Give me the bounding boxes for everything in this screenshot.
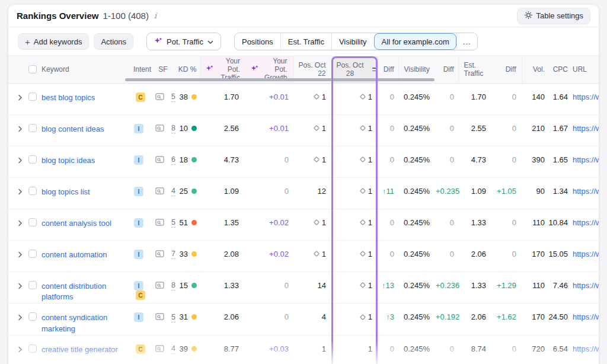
sf-count[interactable]: 7 <box>171 250 175 259</box>
select-all-checkbox[interactable] <box>28 65 37 74</box>
pos-oct-28-value: 1 <box>368 92 372 101</box>
actions-button[interactable]: Actions <box>94 33 133 50</box>
ai-sparkle-icon <box>251 65 258 74</box>
tab-all-for-example[interactable]: All for example.com <box>374 33 456 50</box>
sf-count[interactable]: 5 <box>171 218 175 228</box>
row-checkbox[interactable] <box>28 281 37 289</box>
pot-growth-value: +0.02 <box>246 240 293 272</box>
url-link[interactable]: https://w <box>573 344 599 353</box>
col-volume[interactable]: Vol. <box>522 56 548 83</box>
sf-count[interactable]: 4 <box>171 344 175 354</box>
url-link[interactable]: https://w <box>573 187 599 196</box>
url-link[interactable]: https://w <box>573 312 599 321</box>
row-expand-chevron-icon[interactable] <box>18 282 23 291</box>
row-expand-chevron-icon[interactable] <box>18 314 23 323</box>
sf-count[interactable]: 8 <box>171 124 175 133</box>
sf-count[interactable]: 5 <box>171 92 175 102</box>
col-cpc[interactable]: CPC <box>548 56 570 83</box>
volume-value: 140 <box>522 83 548 114</box>
serp-features-icon[interactable] <box>155 92 164 103</box>
sf-count[interactable]: 5 <box>171 313 175 323</box>
keyword-link[interactable]: blog topic ideas <box>41 155 95 167</box>
col-url[interactable]: URL <box>570 56 599 83</box>
horizontal-scrollbar[interactable] <box>125 78 435 81</box>
intent-badge-informational[interactable]: I <box>134 155 143 165</box>
tab-positions[interactable]: Positions <box>235 33 280 50</box>
tab-visibility[interactable]: Visibility <box>331 33 374 50</box>
col-keyword[interactable]: Keyword <box>8 56 133 83</box>
row-checkbox[interactable] <box>28 187 37 195</box>
sf-count[interactable]: 6 <box>171 155 175 165</box>
row-checkbox[interactable] <box>28 124 37 132</box>
visibility-diff-value: 0 <box>436 209 458 240</box>
est-traffic-diff-value: 0 <box>493 114 522 146</box>
keyword-link[interactable]: creative title generator <box>41 344 118 356</box>
url-link[interactable]: https://w <box>573 218 599 227</box>
row-checkbox[interactable] <box>28 312 37 321</box>
col-est-traffic[interactable]: Est. Traffic <box>458 56 493 83</box>
row-expand-chevron-icon[interactable] <box>18 188 23 197</box>
col-diff-est-traffic[interactable]: Diff <box>493 56 522 83</box>
keyword-link[interactable]: content automation <box>41 250 107 261</box>
row-checkbox[interactable] <box>28 92 37 101</box>
url-link[interactable]: https://w <box>573 155 599 164</box>
row-checkbox[interactable] <box>28 155 37 164</box>
keyword-link[interactable]: content analysis tool <box>41 218 111 229</box>
intent-badge-informational[interactable]: I <box>134 312 143 322</box>
volume-value: 170 <box>522 304 548 336</box>
intent-badge-commercial[interactable]: C <box>136 344 145 354</box>
tab-est-traffic[interactable]: Est. Traffic <box>280 33 331 50</box>
tab-more-button[interactable]: ... <box>456 33 477 50</box>
url-link[interactable]: https://w <box>573 124 599 133</box>
keyword-link[interactable]: best blog topics <box>41 92 95 104</box>
row-expand-chevron-icon[interactable] <box>18 94 23 103</box>
serp-features-icon[interactable] <box>155 312 164 323</box>
intent-badge-informational[interactable]: I <box>134 218 143 228</box>
position-diff-value: 0 <box>378 146 398 177</box>
keyword-link[interactable]: blog topics list <box>41 187 90 198</box>
serp-features-icon[interactable] <box>155 155 164 165</box>
serp-features-icon[interactable] <box>155 250 164 260</box>
url-link[interactable]: https://w <box>573 92 599 101</box>
intent-badge-informational[interactable]: I <box>134 124 143 133</box>
add-keywords-button[interactable]: + Add keywords <box>18 33 89 50</box>
pot-traffic-dropdown[interactable]: Pot. Traffic <box>146 33 221 50</box>
row-expand-chevron-icon[interactable] <box>18 157 23 165</box>
intent-badge-commercial[interactable]: C <box>136 290 145 300</box>
row-checkbox[interactable] <box>28 218 37 226</box>
url-link[interactable]: https://w <box>573 281 599 290</box>
keyword-link[interactable]: content distribution platforms <box>41 281 130 304</box>
intent-badge-informational[interactable]: I <box>134 281 143 290</box>
serp-features-icon[interactable] <box>155 344 164 355</box>
intent-badge-informational[interactable]: I <box>134 187 143 196</box>
row-expand-chevron-icon[interactable] <box>18 346 23 355</box>
est-traffic-diff-value: +1.29 <box>493 272 522 304</box>
serp-features-icon[interactable] <box>155 218 164 228</box>
serp-feature-diamond-icon <box>313 250 320 257</box>
keyword-link[interactable]: content syndication marketing <box>41 312 130 335</box>
sf-count[interactable]: 8 <box>171 281 175 290</box>
row-expand-chevron-icon[interactable] <box>18 219 23 228</box>
row-checkbox[interactable] <box>28 344 37 353</box>
pot-traffic-value: 1.70 <box>200 83 246 114</box>
volume-value: 90 <box>522 177 548 209</box>
pos-oct-22-value: 1 <box>322 218 326 227</box>
est-traffic-diff-value: 0 <box>493 146 522 177</box>
serp-features-icon[interactable] <box>155 281 164 291</box>
url-link[interactable]: https://w <box>573 250 599 258</box>
intent-badge-commercial[interactable]: C <box>136 92 145 102</box>
metric-tab-group: Positions Est. Traffic Visibility All fo… <box>234 33 478 50</box>
col-diff-visibility[interactable]: Diff <box>436 56 458 83</box>
serp-features-icon[interactable] <box>155 187 164 197</box>
row-checkbox[interactable] <box>28 250 37 258</box>
visibility-value: 0.245% <box>398 83 436 114</box>
sf-count[interactable]: 4 <box>171 187 175 196</box>
table-row: best blog topics C 5 38 1.70 +0.01 1 <box>8 83 599 114</box>
keyword-link[interactable]: blog content ideas <box>41 124 104 135</box>
serp-features-icon[interactable] <box>155 124 164 134</box>
row-expand-chevron-icon[interactable] <box>18 125 23 134</box>
info-icon[interactable]: i <box>154 11 156 20</box>
row-expand-chevron-icon[interactable] <box>18 251 23 260</box>
intent-badge-informational[interactable]: I <box>134 250 143 259</box>
table-settings-button[interactable]: Table settings <box>517 8 591 24</box>
